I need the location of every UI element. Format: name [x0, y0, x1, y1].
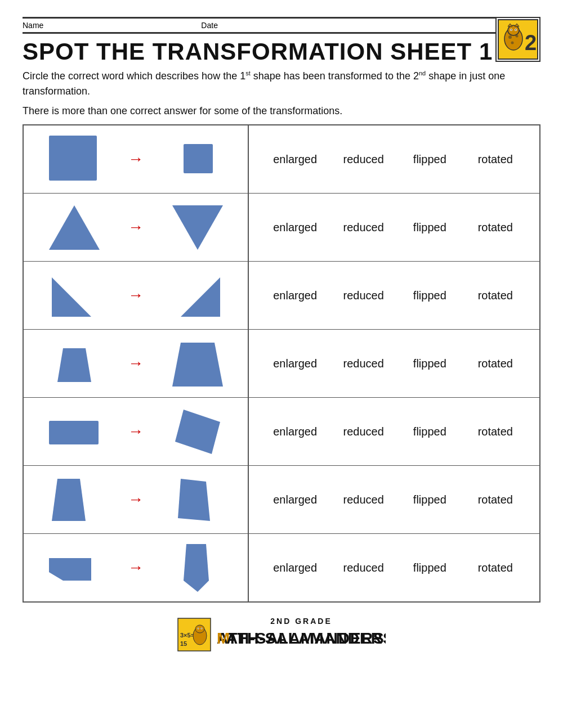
shape-right-2	[155, 201, 239, 254]
word-rotated[interactable]: rotated	[476, 425, 515, 438]
svg-point-3	[508, 25, 519, 35]
shape-svg-3a	[46, 269, 102, 322]
words-cell-2: enlarged reduced flipped rotated	[249, 215, 539, 240]
shape-svg-2a	[46, 201, 102, 254]
page-title: SPOT THE TRANSFORMATION SHEET 1	[23, 38, 540, 65]
shapes-cell-6: →	[24, 466, 249, 533]
word-reduced[interactable]: reduced	[343, 357, 384, 370]
svg-marker-19	[57, 348, 91, 382]
shape-left-2	[32, 201, 116, 254]
word-rotated[interactable]: rotated	[476, 493, 515, 506]
svg-marker-15	[49, 205, 100, 250]
svg-text:3×5=: 3×5=	[180, 632, 194, 639]
shape-right-6	[155, 473, 239, 527]
word-reduced[interactable]: reduced	[343, 289, 384, 302]
shape-svg-2b	[169, 201, 226, 254]
table-row: → enlarged reduced flipped rotated	[24, 262, 539, 330]
footer-grade: 2ND GRADE	[217, 617, 386, 626]
svg-rect-21	[49, 421, 99, 444]
svg-point-10	[515, 29, 516, 30]
word-rotated[interactable]: rotated	[476, 221, 515, 234]
words-cell-7: enlarged reduced flipped rotated	[249, 556, 539, 580]
svg-text:15: 15	[180, 640, 187, 647]
word-enlarged[interactable]: enlarged	[273, 153, 317, 166]
svg-marker-24	[178, 479, 210, 521]
svg-text:2: 2	[525, 31, 537, 55]
word-flipped[interactable]: flipped	[410, 493, 449, 506]
word-enlarged[interactable]: enlarged	[273, 289, 317, 302]
word-reduced[interactable]: reduced	[343, 221, 384, 234]
svg-point-6	[511, 42, 514, 44]
word-flipped[interactable]: flipped	[410, 425, 449, 438]
shape-right-5	[155, 405, 239, 459]
page: Name Date 2	[0, 0, 563, 728]
shapes-cell-5: →	[24, 398, 249, 465]
instructions-2: There is more than one correct answer fo…	[23, 104, 540, 119]
shape-svg-3b	[169, 269, 226, 322]
arrow-icon: →	[128, 218, 144, 236]
shape-svg-4b	[169, 337, 226, 390]
logo-box: 2	[495, 17, 540, 62]
word-enlarged[interactable]: enlarged	[273, 493, 317, 506]
shape-left-5	[32, 405, 116, 459]
shape-left-1	[32, 133, 116, 186]
word-reduced[interactable]: reduced	[343, 561, 384, 574]
svg-rect-14	[184, 144, 213, 173]
name-label: Name	[23, 21, 43, 30]
words-cell-1: enlarged reduced flipped rotated	[249, 147, 539, 172]
arrow-icon: →	[128, 150, 144, 168]
instructions-1: Circle the correct word which describes …	[23, 69, 540, 99]
top-bar: Name Date	[23, 17, 540, 34]
word-rotated[interactable]: rotated	[476, 561, 515, 574]
table-row: → enlarged reduced flipped rotated	[24, 194, 539, 262]
footer-text-area: 2ND GRADE ATH-SALAMANDERS.COM M ATH-SALA…	[217, 617, 386, 652]
words-cell-4: enlarged reduced flipped rotated	[249, 352, 539, 376]
svg-point-5	[516, 35, 519, 38]
svg-marker-20	[172, 343, 223, 387]
word-rotated[interactable]: rotated	[476, 289, 515, 302]
shape-left-6	[32, 473, 116, 527]
word-reduced[interactable]: reduced	[343, 493, 384, 506]
arrow-icon: →	[128, 559, 144, 577]
word-flipped[interactable]: flipped	[410, 561, 449, 574]
word-rotated[interactable]: rotated	[476, 357, 515, 370]
logo-graphic: 2	[498, 19, 538, 60]
footer-logo-svg: 3×5= 15	[177, 618, 211, 651]
svg-marker-25	[49, 558, 91, 581]
table-row: → enlarged reduced flipped rotated	[24, 330, 539, 398]
word-flipped[interactable]: flipped	[410, 221, 449, 234]
word-enlarged[interactable]: enlarged	[273, 221, 317, 234]
shapes-cell-3: →	[24, 262, 249, 329]
words-cell-6: enlarged reduced flipped rotated	[249, 488, 539, 512]
arrow-4: →	[124, 354, 147, 372]
word-reduced[interactable]: reduced	[343, 425, 384, 438]
footer-logo-area: 3×5= 15 2ND GRADE ATH-SALAMANDERS.COM M	[23, 617, 540, 652]
shapes-cell-4: →	[24, 330, 249, 397]
table-row: → enlarged reduced flipped rotated	[24, 466, 539, 534]
shape-left-3	[32, 269, 116, 322]
shape-svg-7a	[46, 541, 102, 595]
word-flipped[interactable]: flipped	[410, 357, 449, 370]
word-flipped[interactable]: flipped	[410, 153, 449, 166]
word-rotated[interactable]: rotated	[476, 153, 515, 166]
shape-svg-1b	[169, 133, 226, 186]
shape-right-4	[155, 337, 239, 390]
shapes-cell-2: →	[24, 194, 249, 261]
name-date: Name Date	[23, 21, 218, 30]
word-enlarged[interactable]: enlarged	[273, 561, 317, 574]
arrow-3: →	[124, 286, 147, 304]
arrow-icon: →	[128, 286, 144, 304]
footer-brand: ATH-SALAMANDERS.COM M ATH-SALAMANDERS.CO…	[217, 626, 386, 652]
svg-point-35	[201, 628, 202, 629]
words-cell-5: enlarged reduced flipped rotated	[249, 420, 539, 444]
footer: 3×5= 15 2ND GRADE ATH-SALAMANDERS.COM M	[23, 617, 540, 658]
shape-svg-7b	[169, 541, 226, 595]
word-reduced[interactable]: reduced	[343, 153, 384, 166]
shape-right-7	[155, 541, 239, 595]
svg-point-4	[508, 35, 512, 39]
word-enlarged[interactable]: enlarged	[273, 357, 317, 370]
word-enlarged[interactable]: enlarged	[273, 425, 317, 438]
footer-brand-svg: ATH-SALAMANDERS.COM M ATH-SALAMANDERS.CO…	[217, 626, 386, 648]
words-cell-3: enlarged reduced flipped rotated	[249, 284, 539, 308]
word-flipped[interactable]: flipped	[410, 289, 449, 302]
